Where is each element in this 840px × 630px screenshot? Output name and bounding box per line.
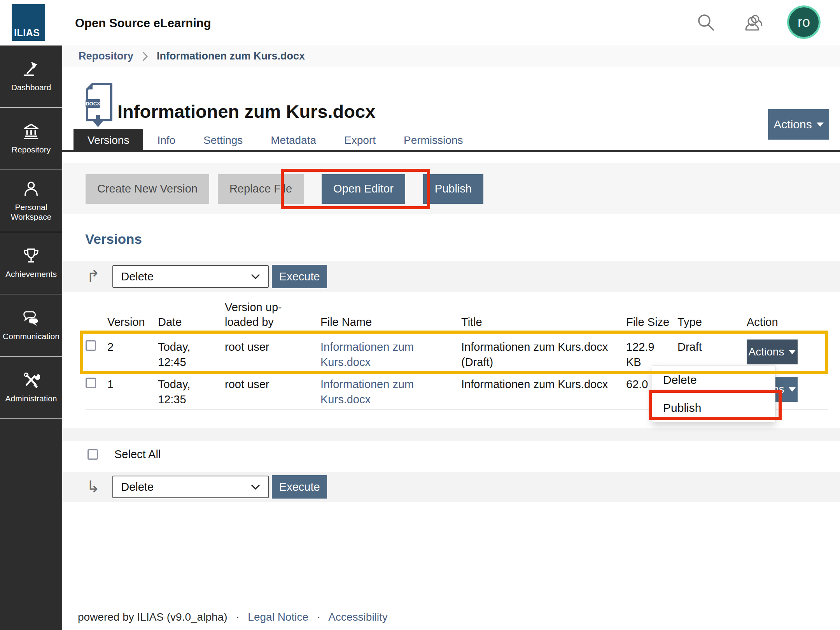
- title-section: DOCX Informationen zum Kurs.docx Actions: [62, 67, 840, 129]
- user-avatar[interactable]: ro: [787, 5, 821, 39]
- accessibility-link[interactable]: Accessibility: [328, 611, 387, 623]
- apply-down-arrow-icon: ↳: [86, 479, 100, 495]
- menu-item-delete[interactable]: Delete: [652, 366, 775, 394]
- app-title: Open Source eLearning: [75, 16, 211, 30]
- file-name-link[interactable]: Informationen zum Kurs.docx: [320, 378, 414, 406]
- sidebar-item-communication[interactable]: Communication: [0, 294, 62, 357]
- tab-settings[interactable]: Settings: [189, 129, 257, 152]
- desk-lamp-icon: [22, 60, 40, 78]
- chevron-down-icon: [251, 484, 260, 490]
- sidebar-item-label: Achievements: [4, 270, 58, 279]
- sidebar-item-label: Personal Workspace: [0, 203, 62, 221]
- row-actions-label: Actions: [749, 346, 784, 358]
- docx-file-icon: DOCX: [82, 82, 114, 130]
- caret-down-icon: [817, 122, 824, 127]
- execute-button-bottom[interactable]: Execute: [272, 475, 327, 499]
- file-name-link[interactable]: Informationen zum Kurs.docx: [320, 341, 414, 368]
- file-size-cell: 122.9 KB: [626, 335, 677, 370]
- avatar-initials: ro: [798, 14, 810, 30]
- create-new-version-button[interactable]: Create New Version: [86, 174, 209, 204]
- tab-export[interactable]: Export: [330, 129, 390, 152]
- breadcrumb-current: Informationen zum Kurs.docx: [157, 50, 305, 62]
- chat-bubbles-icon: [22, 309, 40, 327]
- col-uploaded-by: Version up-loaded by: [225, 300, 320, 336]
- caret-down-icon: [789, 350, 796, 354]
- replace-file-button[interactable]: Replace File: [218, 174, 304, 204]
- uploaded-by-cell: root user: [225, 335, 320, 355]
- tab-permissions[interactable]: Permissions: [390, 129, 477, 152]
- search-icon[interactable]: [696, 13, 716, 33]
- versions-heading: Versions: [85, 231, 142, 247]
- date-cell: Today, 12:45: [158, 335, 225, 370]
- date-cell: Today, 12:35: [158, 373, 225, 407]
- col-type: Type: [677, 315, 747, 336]
- tab-info[interactable]: Info: [143, 129, 189, 152]
- row-actions-dropdown-menu: Delete Publish: [652, 366, 775, 422]
- col-version: Version: [107, 315, 158, 336]
- title-cell: Informationen zum Kurs.docx: [461, 373, 626, 392]
- bulk-action-select-top[interactable]: Delete: [112, 265, 269, 288]
- apply-up-arrow-icon: ↱: [86, 268, 100, 285]
- tools-icon: [22, 371, 40, 389]
- page-title: Informationen zum Kurs.docx: [117, 101, 375, 122]
- col-action: Action: [747, 315, 828, 336]
- open-editor-button[interactable]: Open Editor: [322, 174, 405, 204]
- bulk-action-value: Delete: [121, 481, 154, 494]
- version-cell: 2: [107, 335, 158, 355]
- select-all-checkbox[interactable]: [88, 449, 98, 460]
- publish-button[interactable]: Publish: [423, 174, 483, 204]
- top-header: ILIAS Open Source eLearning ro: [0, 0, 840, 46]
- col-date: Date: [158, 315, 225, 336]
- file-action-toolbar: Create New Version Replace File Open Edi…: [62, 163, 840, 214]
- person-icon: [22, 180, 40, 198]
- bulk-action-value: Delete: [121, 270, 154, 283]
- col-checkbox: [86, 329, 107, 336]
- tab-bar: Versions Info Settings Metadata Export P…: [62, 129, 840, 152]
- sidebar-item-label: Dashboard: [10, 83, 53, 92]
- breadcrumb-chevron-icon: [142, 51, 148, 62]
- powered-by-text: powered by ILIAS (v9.0_alpha): [78, 611, 227, 623]
- sidebar-item-dashboard[interactable]: Dashboard: [0, 46, 62, 108]
- row-actions-button[interactable]: Actions: [747, 340, 798, 364]
- ilias-logo[interactable]: ILIAS: [12, 4, 45, 41]
- col-file-size: File Size: [626, 315, 677, 336]
- execute-button-top[interactable]: Execute: [272, 265, 327, 288]
- main-sidebar: Dashboard Repository Personal Workspace …: [0, 46, 62, 630]
- bulk-action-select-bottom[interactable]: Delete: [112, 476, 269, 498]
- uploaded-by-cell: root user: [225, 373, 320, 392]
- table-header-row: Version Date Version up-loaded by File N…: [86, 300, 828, 335]
- chevron-down-icon: [251, 274, 260, 279]
- tab-versions[interactable]: Versions: [74, 129, 143, 152]
- title-cell: Informationen zum Kurs.docx (Draft): [461, 335, 626, 370]
- row-checkbox[interactable]: [86, 378, 96, 388]
- version-cell: 1: [107, 373, 158, 392]
- sidebar-item-personal-workspace[interactable]: Personal Workspace: [0, 170, 62, 232]
- footer-separator: ·: [236, 611, 239, 623]
- bulk-action-toolbar-top: ↱ Delete Execute: [62, 261, 840, 292]
- who-is-online-icon[interactable]: [744, 13, 764, 33]
- sidebar-item-administration[interactable]: Administration: [0, 357, 62, 419]
- sidebar-item-label: Communication: [1, 332, 61, 341]
- main-content: Repository Informationen zum Kurs.docx D…: [62, 46, 840, 630]
- breadcrumb: Repository Informationen zum Kurs.docx: [62, 46, 840, 67]
- select-all-label: Select All: [114, 448, 161, 461]
- repository-bank-icon: [22, 122, 40, 140]
- row-checkbox[interactable]: [86, 340, 96, 351]
- col-file-name: File Name: [320, 315, 461, 336]
- page-footer: powered by ILIAS (v9.0_alpha) · Legal No…: [62, 596, 840, 623]
- menu-item-publish[interactable]: Publish: [652, 394, 775, 422]
- ilias-logo-text: ILIAS: [14, 27, 40, 38]
- docx-label: DOCX: [86, 101, 100, 107]
- col-title: Title: [461, 315, 626, 336]
- tab-underline: [62, 150, 840, 152]
- caret-down-icon: [789, 387, 796, 392]
- sidebar-item-achievements[interactable]: Achievements: [0, 232, 62, 294]
- legal-notice-link[interactable]: Legal Notice: [248, 611, 308, 623]
- footer-separator: ·: [317, 611, 320, 623]
- breadcrumb-repository-link[interactable]: Repository: [79, 50, 133, 62]
- sidebar-item-repository[interactable]: Repository: [0, 108, 62, 170]
- type-cell: Draft: [677, 335, 747, 355]
- sidebar-item-label: Administration: [4, 394, 58, 403]
- tab-metadata[interactable]: Metadata: [257, 129, 330, 152]
- sidebar-item-label: Repository: [10, 145, 52, 154]
